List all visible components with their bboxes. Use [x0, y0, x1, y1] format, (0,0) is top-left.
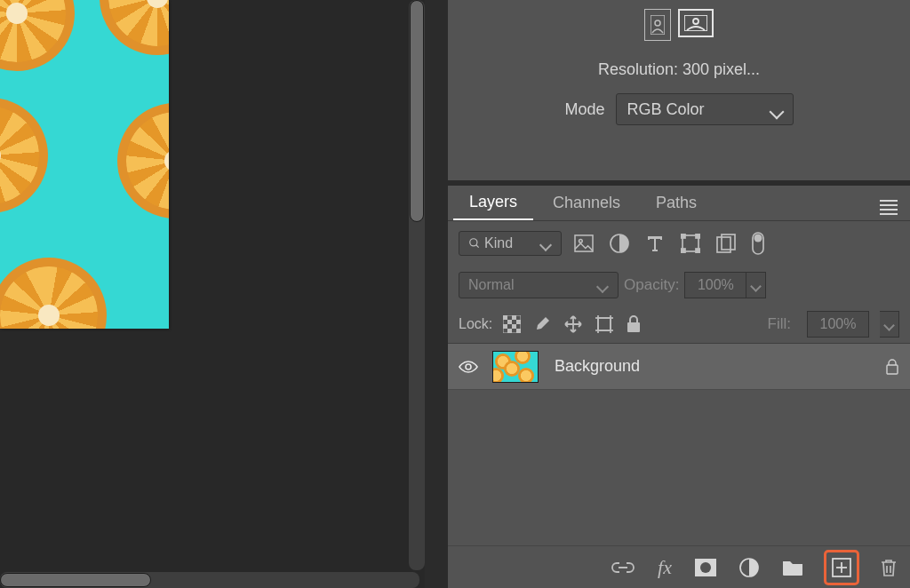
lock-all-icon[interactable] [626, 315, 642, 333]
svg-rect-34 [887, 365, 898, 374]
layer-filter-label: Kind [484, 235, 513, 251]
lock-label: Lock: [459, 316, 492, 332]
new-layer-button[interactable] [826, 552, 857, 583]
orientation-landscape[interactable] [678, 9, 714, 37]
svg-point-33 [466, 364, 471, 369]
svg-point-3 [693, 19, 698, 24]
svg-rect-11 [696, 234, 700, 238]
orientation-portrait[interactable] [644, 9, 671, 41]
svg-rect-6 [575, 235, 593, 251]
fill-label: Fill: [768, 315, 791, 333]
lock-brush-icon[interactable] [533, 315, 551, 333]
lock-transparent-icon[interactable] [503, 315, 521, 333]
layer-lock-row: Lock: Fill: 100% [448, 305, 910, 344]
layers-bottom-bar: fx [448, 545, 910, 588]
svg-rect-22 [516, 320, 521, 324]
mode-value: RGB Color [627, 100, 705, 119]
svg-point-7 [579, 239, 583, 242]
svg-point-36 [700, 562, 711, 573]
filter-toggle-icon[interactable] [752, 232, 764, 255]
svg-rect-25 [507, 329, 512, 333]
filter-pixel-icon[interactable] [574, 234, 594, 252]
blend-mode-value: Normal [468, 277, 515, 293]
vertical-scrollbar-thumb[interactable] [410, 0, 424, 222]
lock-move-icon[interactable] [563, 314, 583, 334]
canvas-area [0, 0, 425, 588]
trash-icon[interactable] [880, 558, 898, 577]
opacity-value[interactable]: 100% [684, 272, 746, 298]
horizontal-scrollbar-thumb[interactable] [0, 573, 151, 587]
svg-rect-23 [503, 324, 507, 329]
layer-blend-row: Normal Opacity: 100% [448, 266, 910, 305]
layer-mask-icon[interactable] [695, 559, 716, 576]
layer-name[interactable]: Background [555, 357, 869, 376]
filter-adjustment-icon[interactable] [610, 234, 629, 253]
fill-caret[interactable] [880, 311, 899, 338]
layer-filter-select[interactable]: Kind [459, 231, 562, 256]
blend-mode-select[interactable]: Normal [459, 272, 619, 298]
filter-smart-icon[interactable] [716, 234, 736, 253]
layer-filter-row: Kind [448, 221, 910, 266]
opacity-label: Opacity: [624, 276, 679, 294]
svg-rect-32 [627, 322, 640, 332]
svg-point-17 [754, 234, 762, 242]
group-icon[interactable] [782, 559, 803, 576]
svg-rect-20 [512, 315, 516, 320]
filter-type-icon[interactable] [645, 234, 665, 253]
lock-artboard-icon[interactable] [595, 315, 613, 333]
resolution-label: Resolution: 300 pixel... [466, 60, 892, 79]
layer-row[interactable]: Background [448, 344, 910, 390]
tab-layers[interactable]: Layers [453, 186, 533, 220]
layer-thumbnail[interactable] [492, 351, 539, 383]
svg-rect-27 [598, 318, 611, 330]
layer-fx-icon[interactable]: fx [658, 556, 672, 579]
tab-channels[interactable]: Channels [537, 186, 636, 220]
svg-line-5 [476, 245, 479, 248]
svg-rect-12 [681, 249, 685, 253]
opacity-caret[interactable] [746, 272, 766, 298]
adjustment-icon[interactable] [739, 558, 759, 577]
properties-panel: Resolution: 300 pixel... Mode RGB Color [448, 0, 910, 180]
svg-rect-13 [696, 249, 700, 253]
svg-rect-24 [512, 324, 516, 329]
link-layers-icon[interactable] [611, 560, 635, 576]
filter-shape-icon[interactable] [681, 234, 700, 253]
locked-icon [885, 359, 899, 375]
mode-label: Mode [564, 100, 604, 119]
visibility-icon[interactable] [459, 360, 476, 374]
svg-point-4 [470, 239, 477, 246]
horizontal-scrollbar[interactable] [0, 572, 419, 588]
vertical-scrollbar[interactable] [409, 0, 425, 570]
fill-value[interactable]: 100% [807, 311, 869, 338]
orientation-toggle[interactable] [466, 9, 892, 41]
document[interactable] [0, 0, 169, 329]
svg-rect-21 [507, 320, 512, 324]
panel-tabs: Layers Channels Paths [448, 186, 910, 221]
svg-rect-19 [503, 315, 507, 320]
tab-paths[interactable]: Paths [640, 186, 713, 220]
svg-rect-26 [516, 329, 521, 333]
svg-rect-10 [681, 234, 685, 238]
panel-menu-icon[interactable] [880, 197, 898, 218]
svg-point-1 [655, 20, 660, 26]
mode-select[interactable]: RGB Color [616, 93, 794, 125]
